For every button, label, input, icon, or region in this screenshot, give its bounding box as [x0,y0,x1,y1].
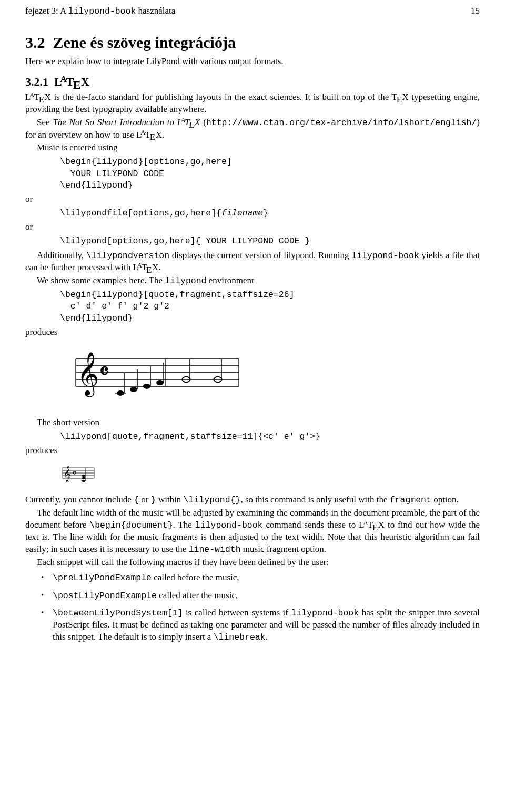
list-item: \betweenLilyPondSystem[1] is called betw… [41,607,480,643]
produces-2: produces [25,445,480,457]
svg-point-9 [117,390,124,396]
treble-clef-icon: 𝄞 [77,352,99,397]
time-sig-icon: 𝄴 [99,359,109,383]
header-left: fejezet 3: A lilypond-book használata [25,5,175,17]
section-intro: Here we explain how to integrate LilyPon… [25,56,480,68]
macro-list: \preLilyPondExample called before the mu… [41,572,480,643]
code-block-file: \lilypondfile[options,go,here]{filename} [60,208,480,219]
header-code: lilypond-book [68,6,136,16]
page-content: fejezet 3: A lilypond-book használata 15… [0,0,505,664]
paragraph-intro-latex: LATEX is the de-facto standard for publi… [25,91,480,116]
paragraph-examples: We show some examples here. The lilypond… [25,275,480,287]
paragraph-additionally: Additionally, \lilypondversion displays … [25,250,480,274]
svg-point-33 [82,475,85,477]
doc-url[interactable]: http://www.ctan.org/tex-archive/info/lsh… [206,118,477,128]
section-title: Zene és szöveg integrációja [53,34,236,51]
svg-point-15 [156,380,164,385]
svg-point-31 [82,480,85,482]
doc-title-italic: The Not So Short Introduction to LATEX [53,117,200,127]
code-block-example2: \lilypond[quote,fragment,staffsize=11]{<… [60,431,480,443]
page-number: 15 [471,5,480,17]
paragraph-see-doc: See The Not So Short Introduction to LAT… [25,117,480,141]
produces-1: produces [25,326,480,338]
list-item: \preLilyPondExample called before the mu… [41,572,480,584]
paragraph-music-entered: Music is entered using [25,142,480,154]
or-1: or [25,193,480,205]
subsection-heading: 3.2.1 LATEX [25,74,480,90]
paragraph-short-version: The short version [25,417,480,429]
music-output-large: 𝄞 𝄴 [60,346,480,407]
staff-icon: 𝄞 𝄴 [60,346,244,404]
running-header: fejezet 3: A lilypond-book használata 15 [25,5,480,17]
svg-text:𝄴: 𝄴 [73,469,76,477]
list-item: \postLilyPondExample called after the mu… [41,590,480,602]
paragraph-cannot-include: Currently, you cannot include { or } wit… [25,494,480,506]
section-heading: 3.2 Zene és szöveg integrációja [25,32,480,54]
code-block-example1: \begin{lilypond}[quote,fragment,staffsiz… [60,289,480,324]
staff-small-icon: 𝄞 𝄴 [60,464,97,483]
subsection-number: 3.2.1 [25,75,48,88]
section-number: 3.2 [25,34,45,51]
paragraph-macros: Each snippet will call the following mac… [25,557,480,569]
or-2: or [25,221,480,233]
svg-point-32 [82,477,85,479]
code-block-env: \begin{lilypond}[options,go,here] YOUR L… [60,156,480,191]
header-suffix: használata [136,6,175,16]
svg-point-11 [130,387,137,392]
music-output-small: 𝄞 𝄴 [60,464,480,487]
svg-text:𝄞: 𝄞 [63,466,71,482]
header-prefix: fejezet 3: A [25,6,68,16]
paragraph-line-width: The default line width of the music will… [25,507,480,556]
code-block-inline: \lilypond[options,go,here]{ YOUR LILYPON… [60,235,480,247]
svg-point-13 [143,384,150,389]
